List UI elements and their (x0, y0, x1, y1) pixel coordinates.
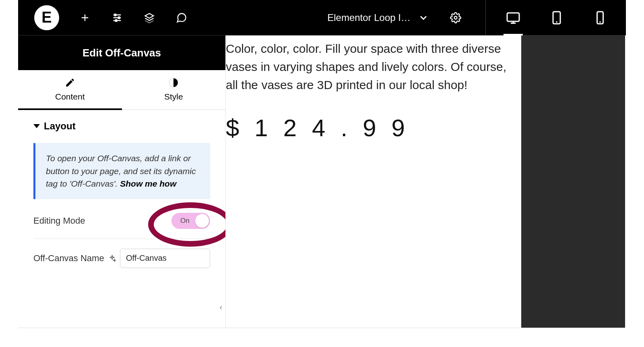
off-canvas-name-label: Off-Canvas Name (33, 253, 104, 264)
divider (485, 0, 486, 35)
tab-content-label: Content (55, 92, 85, 102)
ai-sparkle-icon[interactable] (108, 254, 116, 263)
chevron-down-icon[interactable] (418, 12, 429, 23)
product-price: $124.99 (226, 110, 517, 146)
structure-icon[interactable] (143, 11, 156, 24)
toggle-knob (195, 214, 209, 228)
tab-content[interactable]: Content (18, 70, 122, 110)
device-mobile-button[interactable] (592, 10, 608, 26)
sidebar-title: Edit Off-Canvas (18, 35, 225, 70)
document-title[interactable]: Elementor Loop I… (327, 12, 411, 23)
comment-icon[interactable] (175, 11, 188, 24)
device-tablet-button[interactable] (549, 10, 565, 26)
off-canvas-name-input[interactable] (120, 249, 210, 268)
section-label: Layout (44, 121, 76, 132)
collapse-caret-icon (33, 124, 40, 128)
canvas-overflow-area (521, 35, 625, 328)
topbar: E Elementor Loop I… (18, 0, 626, 35)
elementor-logo[interactable]: E (34, 5, 59, 30)
preview-canvas: Color, color, color. Fill your space wit… (226, 35, 626, 328)
add-element-button[interactable] (78, 11, 91, 24)
editor-sidebar: Edit Off-Canvas Content Style Layout To … (18, 35, 226, 328)
svg-point-0 (114, 14, 116, 16)
svg-point-1 (118, 17, 120, 19)
toggle-state-label: On (180, 217, 190, 225)
info-notice: To open your Off-Canvas, add a link or b… (33, 143, 210, 199)
info-link[interactable]: Show me how (120, 179, 176, 188)
section-layout-header[interactable]: Layout (33, 121, 210, 132)
editing-mode-label: Editing Mode (33, 216, 85, 226)
gear-icon[interactable] (449, 11, 462, 24)
svg-point-3 (454, 16, 457, 19)
site-settings-icon[interactable] (111, 11, 124, 24)
tab-style[interactable]: Style (122, 70, 226, 110)
device-desktop-button[interactable] (505, 10, 521, 26)
panel-collapse-button[interactable]: ‹ (216, 299, 226, 316)
editing-mode-toggle[interactable]: On (171, 213, 210, 229)
tab-style-label: Style (164, 92, 183, 102)
product-description: Color, color, color. Fill your space wit… (226, 39, 517, 94)
svg-rect-4 (507, 13, 519, 21)
svg-point-2 (115, 19, 117, 21)
